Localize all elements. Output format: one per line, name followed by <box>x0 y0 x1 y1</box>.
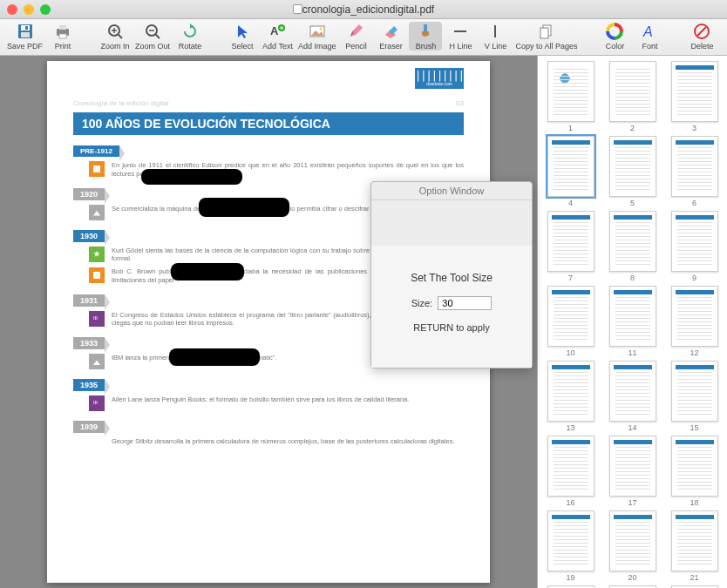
marker-icon <box>89 354 105 369</box>
thumbnail-scroll[interactable]: 123456789101112131415161718192021222324 <box>543 61 722 588</box>
thumbnail-number: 21 <box>690 573 698 582</box>
thumbnail-number: 3 <box>692 124 696 132</box>
thumbnail-page-16[interactable]: 16 <box>543 436 598 507</box>
option-window-title: Option Window <box>371 182 532 200</box>
thumbnail-page-7[interactable]: 7 <box>543 211 598 282</box>
thumbnail-number: 17 <box>628 498 636 507</box>
zoom-in-button[interactable]: Zoom In <box>99 22 132 51</box>
thumbnail-page-5[interactable]: 5 <box>605 136 660 207</box>
thumbnail-number: 19 <box>566 573 574 582</box>
thumbnail-number: 13 <box>566 423 574 432</box>
thumbnail-number: 1 <box>568 124 573 132</box>
size-input[interactable] <box>438 296 492 310</box>
svg-rect-6 <box>59 34 66 38</box>
eraser-icon <box>381 22 400 41</box>
font-button[interactable]: AFont <box>633 22 666 51</box>
window-title: cronologia_ediciondigital.pdf <box>293 3 434 16</box>
thumbnail-page-14[interactable]: 14 <box>605 361 660 432</box>
tool-size-heading: Set The Tool Size <box>380 272 523 284</box>
thumbnail-page-9[interactable]: 9 <box>667 211 722 282</box>
save-pdf-button[interactable]: Save PDF <box>5 22 44 51</box>
toolbar: Save PDF Print Zoom In Zoom Out Rotate S… <box>0 19 727 56</box>
thumbnail-number: 2 <box>630 124 635 132</box>
color-button[interactable]: Color <box>598 22 631 51</box>
minimize-window-button[interactable] <box>24 4 34 15</box>
size-label: Size: <box>411 298 432 308</box>
year-tag: 1933 <box>73 337 105 349</box>
svg-rect-31 <box>540 28 548 38</box>
svg-rect-3 <box>21 32 30 37</box>
page-subtitle: Cronología de la edición digital03 <box>73 99 464 107</box>
add-text-button[interactable]: AAdd Text <box>261 22 295 51</box>
thumbnail-number: 20 <box>628 573 636 582</box>
vline-button[interactable]: V Line <box>479 22 512 51</box>
thumbnail-number: 6 <box>692 199 696 207</box>
thumbnail-page-12[interactable]: 12 <box>667 286 722 357</box>
thumbnail-page-19[interactable]: 19 <box>543 510 598 582</box>
marker-icon <box>89 395 105 411</box>
thumbnail-page-1[interactable]: 1 <box>543 61 598 132</box>
thumbnail-page-10[interactable]: 10 <box>543 286 598 357</box>
marker-icon <box>89 205 105 220</box>
svg-text:A: A <box>270 24 279 37</box>
text-plus-icon: A <box>268 22 287 41</box>
year-tag: 1930 <box>73 230 105 242</box>
option-window[interactable]: Option Window Set The Tool Size Size: RE… <box>370 181 533 368</box>
select-button[interactable]: Select <box>226 22 259 51</box>
undo-button[interactable]: Undo <box>720 22 727 51</box>
delete-icon <box>692 22 711 41</box>
thumbnail-page-6[interactable]: 6 <box>667 136 722 207</box>
thumbnail-number: 7 <box>568 274 573 282</box>
zoom-out-button[interactable]: Zoom Out <box>133 22 172 51</box>
brush-button[interactable]: Brush <box>409 22 442 51</box>
content-area: |||||||||||dosdoce.com Cronología de la … <box>0 56 727 588</box>
thumbnail-page-21[interactable]: 21 <box>667 510 722 582</box>
color-wheel-icon <box>605 22 624 41</box>
thumbnail-page-3[interactable]: 3 <box>667 61 722 132</box>
thumbnail-page-18[interactable]: 18 <box>667 436 722 507</box>
thumbnail-page-17[interactable]: 17 <box>605 436 660 507</box>
svg-rect-27 <box>424 24 427 31</box>
thumbnail-number: 14 <box>628 423 636 432</box>
svg-line-35 <box>697 27 706 36</box>
thumbnail-sidebar: 123456789101112131415161718192021222324 <box>537 56 727 588</box>
hline-button[interactable]: H Line <box>444 22 477 51</box>
cursor-icon <box>233 22 252 41</box>
apply-hint: RETURN to apply <box>380 322 523 333</box>
year-tag: PRE-1912 <box>73 145 119 157</box>
year-tag: 1931 <box>73 294 105 307</box>
document-icon <box>293 4 302 14</box>
add-image-button[interactable]: Add Image <box>296 22 338 51</box>
copy-pages-icon <box>537 22 556 41</box>
thumbnail-page-11[interactable]: 11 <box>605 286 660 357</box>
svg-rect-5 <box>59 25 66 30</box>
svg-text:A: A <box>642 24 653 39</box>
pencil-button[interactable]: Pencil <box>339 22 372 51</box>
marker-icon <box>89 161 105 177</box>
copy-all-pages-button[interactable]: Copy to All Pages <box>513 22 579 51</box>
print-button[interactable]: Print <box>46 22 79 51</box>
vline-icon <box>486 22 505 41</box>
brush-icon <box>416 22 435 41</box>
thumbnail-page-20[interactable]: 20 <box>605 510 660 582</box>
maximize-window-button[interactable] <box>40 4 51 15</box>
marker-icon <box>89 247 105 262</box>
svg-rect-2 <box>25 26 28 30</box>
thumbnail-page-13[interactable]: 13 <box>543 361 598 432</box>
window-controls <box>7 4 51 15</box>
thumbnail-page-2[interactable]: 2 <box>605 61 660 132</box>
rotate-button[interactable]: Rotate <box>173 22 207 51</box>
thumbnail-page-8[interactable]: 8 <box>605 211 660 282</box>
floppy-icon <box>16 22 35 41</box>
delete-button[interactable]: Delete <box>685 22 718 51</box>
eraser-button[interactable]: Eraser <box>374 22 407 51</box>
marker-icon <box>89 311 105 327</box>
thumbnail-page-15[interactable]: 15 <box>667 361 722 432</box>
thumbnail-number: 15 <box>690 423 698 432</box>
timeline-entry: Allen Lane lanza Penguin Books: el forma… <box>89 395 464 411</box>
thumbnail-page-4[interactable]: 4 <box>543 136 598 207</box>
svg-line-8 <box>118 34 122 38</box>
close-window-button[interactable] <box>7 4 17 15</box>
svg-point-22 <box>319 28 322 30</box>
font-icon: A <box>640 22 659 41</box>
